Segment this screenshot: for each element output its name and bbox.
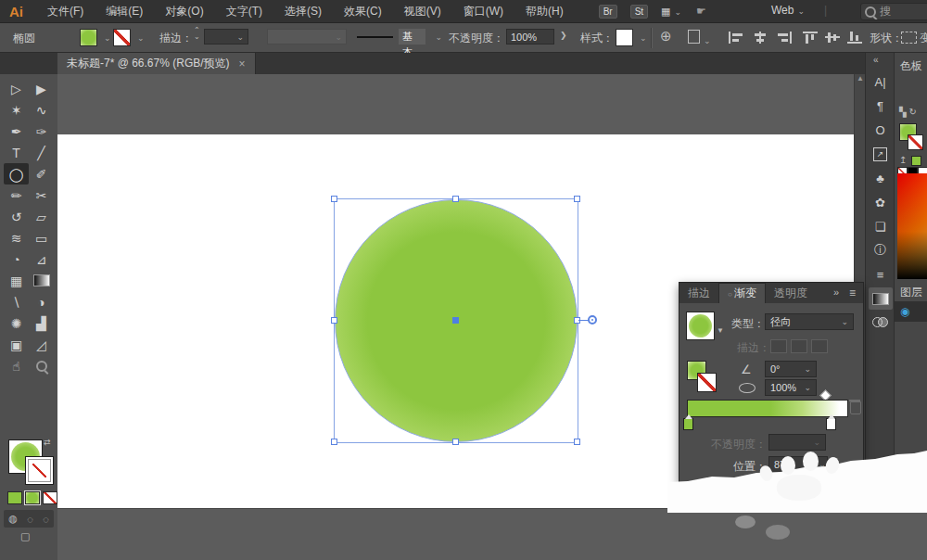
color-stroke-proxy[interactable] (908, 134, 923, 150)
tool-blend[interactable]: ◑ (29, 291, 54, 312)
tool-rotate[interactable]: ↺ (4, 206, 29, 227)
tool-column-graph[interactable]: ▟ (29, 312, 54, 334)
recolor-artwork-icon[interactable]: ⊕ (660, 28, 672, 45)
tab-gradient[interactable]: ○ 渐变 (718, 283, 766, 303)
mini-swatch-green[interactable] (911, 156, 921, 166)
tool-symbol-sprayer[interactable]: ✺ (4, 312, 29, 334)
close-tab-icon[interactable]: × (239, 57, 246, 70)
stroke-proxy-swatch[interactable] (25, 456, 54, 485)
draw-behind-icon[interactable]: ◌ (27, 514, 33, 525)
dock-brushes-panel[interactable]: ✿ (869, 191, 893, 213)
touch-icon[interactable]: ☛ (696, 5, 706, 18)
tool-selection[interactable]: ▷ (4, 78, 29, 99)
align-center-icon[interactable] (753, 32, 768, 44)
none-button[interactable] (43, 491, 57, 504)
document-tab[interactable]: 未标题-7* @ 66.67% (RGB/预览) × (57, 53, 256, 74)
tool-scissors[interactable]: ✂ (29, 185, 54, 206)
tool-eyedropper[interactable]: ∖ (4, 291, 29, 312)
align-middle-icon[interactable] (825, 32, 840, 44)
tab-transparency[interactable]: 透明度 (766, 284, 816, 303)
opacity-more-icon[interactable]: ❯ (560, 31, 567, 40)
color-button[interactable] (7, 491, 22, 504)
handle-bottom-left[interactable] (331, 439, 337, 445)
tool-pencil[interactable]: ✏ (4, 185, 29, 206)
arrange-documents-icon[interactable]: ▦⌄ (661, 6, 681, 18)
fill-color-swatch[interactable] (80, 29, 97, 46)
menu-help[interactable]: 帮助(H) (514, 0, 575, 22)
angle-dropdown[interactable]: 0°⌄ (765, 361, 817, 377)
stroke-chevron-icon[interactable]: ⌄ (137, 33, 145, 43)
menu-effect[interactable]: 效果(C) (333, 0, 393, 22)
dock-links-panel[interactable]: ❏ (869, 215, 893, 237)
screen-mode-icon[interactable]: ▢ (20, 530, 30, 542)
dock-export-panel[interactable]: ↗ (869, 143, 893, 165)
tool-curvature[interactable]: ✑ (29, 121, 54, 142)
tool-line-segment[interactable]: ╱ (29, 142, 54, 163)
stroke-weight-stepper[interactable]: ⌃⌄ (194, 27, 200, 40)
style-chevron-icon[interactable]: ⌄ (640, 33, 647, 43)
tool-mesh[interactable]: ▦ (4, 270, 29, 291)
handle-bottom-right[interactable] (574, 439, 580, 445)
panel-flyout-icon[interactable]: » (833, 286, 839, 298)
swap-fill-stroke-icon[interactable]: ⇄ (44, 438, 51, 447)
tool-ellipse[interactable]: ◯ (4, 163, 29, 185)
gradient-thumbnail[interactable] (686, 312, 715, 340)
style-swatch[interactable] (616, 29, 633, 46)
search-input[interactable]: 搜 (860, 3, 927, 20)
menu-object[interactable]: 对象(O) (154, 0, 214, 22)
draw-normal-icon[interactable]: ◍ (8, 513, 18, 525)
bridge-button[interactable]: Br (599, 5, 617, 19)
aspect-ratio-dropdown[interactable]: 100%⌄ (765, 379, 817, 396)
handle-middle-left[interactable] (331, 317, 337, 324)
dock-stroke-panel[interactable]: ≡ (869, 263, 893, 286)
align-top-icon[interactable] (803, 32, 818, 44)
tool-gradient[interactable] (29, 270, 54, 291)
menu-view[interactable]: 视图(V) (393, 0, 452, 22)
align-bottom-icon[interactable] (847, 32, 862, 44)
tool-slice[interactable]: ◿ (29, 334, 54, 355)
menu-window[interactable]: 窗口(W) (452, 0, 514, 22)
dock-transparency-panel[interactable] (869, 312, 893, 334)
fill-chevron-icon[interactable]: ⌄ (104, 33, 111, 43)
tool-direct-selection[interactable]: ▶ (29, 78, 54, 99)
tool-lasso[interactable]: ∿ (29, 99, 54, 121)
dock-opentype-panel[interactable]: O (869, 119, 893, 141)
tool-type[interactable]: T (4, 142, 29, 163)
gradient-stop-start[interactable] (683, 418, 693, 430)
stroke-color-swatch[interactable] (113, 29, 131, 46)
gradient-button[interactable] (25, 491, 40, 504)
gradient-presets-chevron-icon[interactable]: ▼ (717, 326, 724, 335)
document-setup-icon[interactable]: ⌄ (688, 30, 711, 46)
tool-pen[interactable]: ✒ (4, 121, 29, 142)
color-spectrum[interactable] (897, 173, 927, 279)
brush-definition-dropdown[interactable]: ⌄ (267, 29, 347, 45)
align-right-icon[interactable] (777, 32, 792, 44)
gradient-type-dropdown[interactable]: 径向⌄ (765, 313, 854, 330)
panel-stroke-proxy[interactable] (697, 373, 717, 392)
handle-top-center[interactable] (452, 196, 459, 202)
align-left-icon[interactable] (729, 32, 743, 44)
tool-zoom[interactable] (29, 355, 54, 376)
handle-bottom-center[interactable] (452, 439, 459, 445)
dock-character-panel[interactable]: A| (869, 70, 893, 93)
selection-bounding-box[interactable] (334, 198, 578, 443)
opacity-field[interactable]: 100% (506, 29, 554, 45)
menu-edit[interactable]: 编辑(E) (95, 0, 154, 22)
menu-select[interactable]: 选择(S) (273, 0, 333, 22)
tool-paintbrush[interactable]: ✐ (29, 163, 54, 185)
gradient-annotator-endpoint[interactable] (588, 315, 597, 325)
tab-stroke[interactable]: 描边 (679, 284, 718, 303)
dock-paragraph-panel[interactable]: ¶ (869, 95, 893, 117)
gradient-stop-end[interactable] (826, 418, 836, 430)
panel-menu-icon[interactable]: ≡ (849, 286, 856, 299)
gradient-ramp[interactable] (687, 400, 848, 417)
tool-magic-wand[interactable]: ✶ (4, 99, 29, 121)
tool-free-transform[interactable]: ▭ (29, 227, 54, 248)
draw-inside-icon[interactable]: ◌ (43, 514, 49, 525)
stroke-weight-field[interactable]: ⌄ (204, 29, 248, 45)
layer-row[interactable]: ◉ (895, 301, 927, 322)
shape-bounds-icon[interactable] (901, 32, 917, 44)
handle-top-right[interactable] (574, 196, 580, 202)
menu-type[interactable]: 文字(T) (215, 0, 273, 22)
tool-scale[interactable]: ▱ (29, 206, 54, 227)
